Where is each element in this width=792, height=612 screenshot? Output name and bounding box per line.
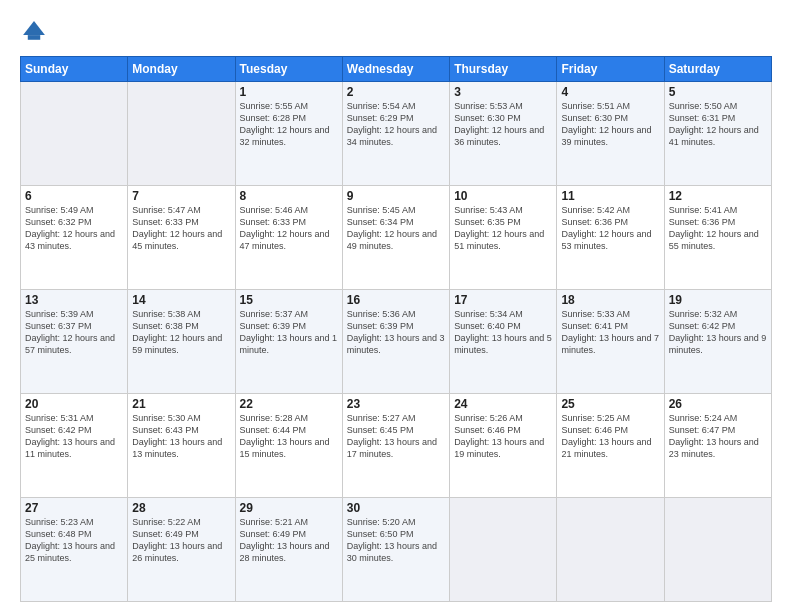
day-number: 8	[240, 189, 338, 203]
calendar-cell: 10Sunrise: 5:43 AM Sunset: 6:35 PM Dayli…	[450, 186, 557, 290]
day-info: Sunrise: 5:33 AM Sunset: 6:41 PM Dayligh…	[561, 308, 659, 357]
weekday-tuesday: Tuesday	[235, 57, 342, 82]
day-info: Sunrise: 5:49 AM Sunset: 6:32 PM Dayligh…	[25, 204, 123, 253]
day-number: 10	[454, 189, 552, 203]
weekday-saturday: Saturday	[664, 57, 771, 82]
calendar-cell: 5Sunrise: 5:50 AM Sunset: 6:31 PM Daylig…	[664, 82, 771, 186]
day-info: Sunrise: 5:55 AM Sunset: 6:28 PM Dayligh…	[240, 100, 338, 149]
calendar-week-row: 27Sunrise: 5:23 AM Sunset: 6:48 PM Dayli…	[21, 498, 772, 602]
calendar-cell: 26Sunrise: 5:24 AM Sunset: 6:47 PM Dayli…	[664, 394, 771, 498]
day-number: 18	[561, 293, 659, 307]
calendar-cell: 17Sunrise: 5:34 AM Sunset: 6:40 PM Dayli…	[450, 290, 557, 394]
day-number: 3	[454, 85, 552, 99]
calendar-week-row: 13Sunrise: 5:39 AM Sunset: 6:37 PM Dayli…	[21, 290, 772, 394]
day-number: 21	[132, 397, 230, 411]
day-info: Sunrise: 5:27 AM Sunset: 6:45 PM Dayligh…	[347, 412, 445, 461]
weekday-wednesday: Wednesday	[342, 57, 449, 82]
day-info: Sunrise: 5:42 AM Sunset: 6:36 PM Dayligh…	[561, 204, 659, 253]
day-number: 28	[132, 501, 230, 515]
calendar-cell: 30Sunrise: 5:20 AM Sunset: 6:50 PM Dayli…	[342, 498, 449, 602]
day-info: Sunrise: 5:23 AM Sunset: 6:48 PM Dayligh…	[25, 516, 123, 565]
day-info: Sunrise: 5:30 AM Sunset: 6:43 PM Dayligh…	[132, 412, 230, 461]
calendar-cell: 21Sunrise: 5:30 AM Sunset: 6:43 PM Dayli…	[128, 394, 235, 498]
calendar-cell: 20Sunrise: 5:31 AM Sunset: 6:42 PM Dayli…	[21, 394, 128, 498]
calendar-cell	[664, 498, 771, 602]
calendar-cell: 24Sunrise: 5:26 AM Sunset: 6:46 PM Dayli…	[450, 394, 557, 498]
calendar-cell: 3Sunrise: 5:53 AM Sunset: 6:30 PM Daylig…	[450, 82, 557, 186]
calendar-cell: 4Sunrise: 5:51 AM Sunset: 6:30 PM Daylig…	[557, 82, 664, 186]
day-info: Sunrise: 5:36 AM Sunset: 6:39 PM Dayligh…	[347, 308, 445, 357]
day-number: 4	[561, 85, 659, 99]
day-number: 14	[132, 293, 230, 307]
weekday-sunday: Sunday	[21, 57, 128, 82]
day-info: Sunrise: 5:41 AM Sunset: 6:36 PM Dayligh…	[669, 204, 767, 253]
day-info: Sunrise: 5:37 AM Sunset: 6:39 PM Dayligh…	[240, 308, 338, 357]
day-info: Sunrise: 5:21 AM Sunset: 6:49 PM Dayligh…	[240, 516, 338, 565]
day-number: 19	[669, 293, 767, 307]
day-info: Sunrise: 5:38 AM Sunset: 6:38 PM Dayligh…	[132, 308, 230, 357]
day-number: 25	[561, 397, 659, 411]
calendar-cell: 29Sunrise: 5:21 AM Sunset: 6:49 PM Dayli…	[235, 498, 342, 602]
weekday-monday: Monday	[128, 57, 235, 82]
day-info: Sunrise: 5:22 AM Sunset: 6:49 PM Dayligh…	[132, 516, 230, 565]
day-number: 24	[454, 397, 552, 411]
day-number: 16	[347, 293, 445, 307]
header	[20, 18, 772, 46]
day-info: Sunrise: 5:28 AM Sunset: 6:44 PM Dayligh…	[240, 412, 338, 461]
calendar-cell: 9Sunrise: 5:45 AM Sunset: 6:34 PM Daylig…	[342, 186, 449, 290]
day-info: Sunrise: 5:53 AM Sunset: 6:30 PM Dayligh…	[454, 100, 552, 149]
calendar-cell: 1Sunrise: 5:55 AM Sunset: 6:28 PM Daylig…	[235, 82, 342, 186]
day-info: Sunrise: 5:43 AM Sunset: 6:35 PM Dayligh…	[454, 204, 552, 253]
day-number: 20	[25, 397, 123, 411]
calendar-cell	[557, 498, 664, 602]
calendar-cell: 13Sunrise: 5:39 AM Sunset: 6:37 PM Dayli…	[21, 290, 128, 394]
calendar-cell	[128, 82, 235, 186]
day-number: 12	[669, 189, 767, 203]
calendar-week-row: 6Sunrise: 5:49 AM Sunset: 6:32 PM Daylig…	[21, 186, 772, 290]
calendar-cell: 16Sunrise: 5:36 AM Sunset: 6:39 PM Dayli…	[342, 290, 449, 394]
day-number: 17	[454, 293, 552, 307]
calendar-cell: 8Sunrise: 5:46 AM Sunset: 6:33 PM Daylig…	[235, 186, 342, 290]
day-info: Sunrise: 5:31 AM Sunset: 6:42 PM Dayligh…	[25, 412, 123, 461]
day-info: Sunrise: 5:45 AM Sunset: 6:34 PM Dayligh…	[347, 204, 445, 253]
day-number: 13	[25, 293, 123, 307]
day-info: Sunrise: 5:34 AM Sunset: 6:40 PM Dayligh…	[454, 308, 552, 357]
day-number: 1	[240, 85, 338, 99]
calendar-cell: 6Sunrise: 5:49 AM Sunset: 6:32 PM Daylig…	[21, 186, 128, 290]
logo-icon	[20, 18, 48, 46]
logo	[20, 18, 52, 46]
calendar-cell: 14Sunrise: 5:38 AM Sunset: 6:38 PM Dayli…	[128, 290, 235, 394]
calendar-cell: 15Sunrise: 5:37 AM Sunset: 6:39 PM Dayli…	[235, 290, 342, 394]
day-number: 5	[669, 85, 767, 99]
day-info: Sunrise: 5:47 AM Sunset: 6:33 PM Dayligh…	[132, 204, 230, 253]
day-info: Sunrise: 5:20 AM Sunset: 6:50 PM Dayligh…	[347, 516, 445, 565]
day-number: 6	[25, 189, 123, 203]
calendar-cell: 7Sunrise: 5:47 AM Sunset: 6:33 PM Daylig…	[128, 186, 235, 290]
weekday-header-row: SundayMondayTuesdayWednesdayThursdayFrid…	[21, 57, 772, 82]
calendar-week-row: 20Sunrise: 5:31 AM Sunset: 6:42 PM Dayli…	[21, 394, 772, 498]
calendar-cell: 25Sunrise: 5:25 AM Sunset: 6:46 PM Dayli…	[557, 394, 664, 498]
day-number: 7	[132, 189, 230, 203]
svg-rect-1	[28, 35, 40, 40]
calendar-cell: 28Sunrise: 5:22 AM Sunset: 6:49 PM Dayli…	[128, 498, 235, 602]
day-number: 29	[240, 501, 338, 515]
day-number: 23	[347, 397, 445, 411]
calendar-cell: 18Sunrise: 5:33 AM Sunset: 6:41 PM Dayli…	[557, 290, 664, 394]
day-info: Sunrise: 5:26 AM Sunset: 6:46 PM Dayligh…	[454, 412, 552, 461]
day-info: Sunrise: 5:46 AM Sunset: 6:33 PM Dayligh…	[240, 204, 338, 253]
day-info: Sunrise: 5:24 AM Sunset: 6:47 PM Dayligh…	[669, 412, 767, 461]
day-number: 9	[347, 189, 445, 203]
svg-marker-0	[23, 21, 45, 35]
page: SundayMondayTuesdayWednesdayThursdayFrid…	[0, 0, 792, 612]
day-number: 30	[347, 501, 445, 515]
calendar-cell: 11Sunrise: 5:42 AM Sunset: 6:36 PM Dayli…	[557, 186, 664, 290]
day-number: 22	[240, 397, 338, 411]
day-info: Sunrise: 5:54 AM Sunset: 6:29 PM Dayligh…	[347, 100, 445, 149]
day-number: 2	[347, 85, 445, 99]
day-info: Sunrise: 5:39 AM Sunset: 6:37 PM Dayligh…	[25, 308, 123, 357]
day-number: 27	[25, 501, 123, 515]
calendar-cell	[21, 82, 128, 186]
calendar-cell: 12Sunrise: 5:41 AM Sunset: 6:36 PM Dayli…	[664, 186, 771, 290]
calendar-cell: 27Sunrise: 5:23 AM Sunset: 6:48 PM Dayli…	[21, 498, 128, 602]
calendar-cell: 23Sunrise: 5:27 AM Sunset: 6:45 PM Dayli…	[342, 394, 449, 498]
